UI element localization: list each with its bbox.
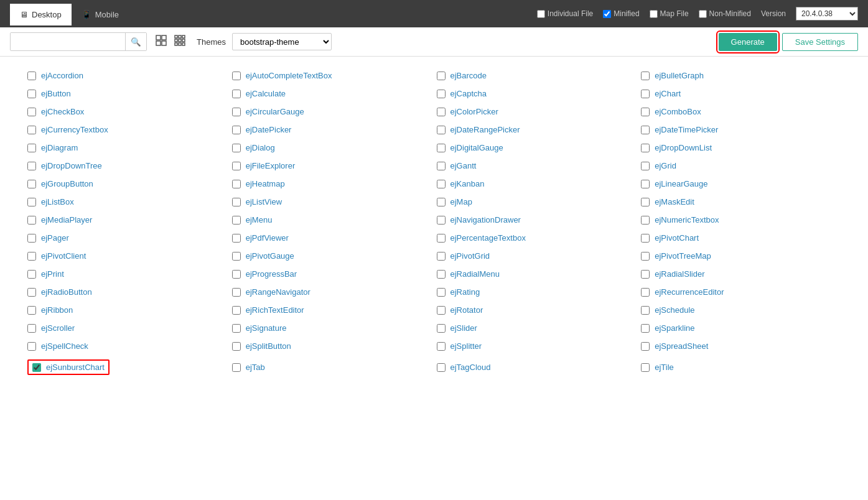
component-label[interactable]: ejRecurrenceEditor [655,287,724,297]
component-checkbox[interactable] [437,108,446,116]
component-checkbox[interactable] [232,90,241,98]
component-label[interactable]: ejDateTimePicker [655,125,718,134]
component-checkbox[interactable] [232,126,241,134]
minified-option[interactable]: Minified [603,9,639,18]
component-label[interactable]: ejPrint [41,269,64,279]
component-checkbox[interactable] [232,342,241,351]
component-label[interactable]: ejMaskEdit [655,197,694,206]
component-label[interactable]: ejGantt [450,161,477,170]
component-checkbox[interactable] [437,252,446,261]
component-checkbox[interactable] [232,363,241,372]
component-checkbox[interactable] [641,144,650,152]
component-checkbox[interactable] [641,306,650,315]
component-checkbox[interactable] [232,234,241,243]
component-label[interactable]: ejPivotGrid [450,251,490,261]
component-checkbox[interactable] [437,180,446,188]
component-checkbox[interactable] [27,90,36,98]
component-label[interactable]: ejColorPicker [450,107,498,116]
component-checkbox[interactable] [641,234,650,243]
component-checkbox[interactable] [232,144,241,152]
component-label[interactable]: ejButton [41,89,71,98]
component-checkbox[interactable] [232,180,241,188]
component-label[interactable]: ejLinearGauge [655,179,707,188]
component-label[interactable]: ejTab [246,363,265,372]
component-label[interactable]: ejRadialSlider [655,269,704,279]
component-checkbox[interactable] [641,180,650,188]
component-checkbox[interactable] [437,72,446,80]
component-label[interactable]: ejDropDownTree [41,161,102,170]
component-checkbox[interactable] [27,306,36,315]
individual-file-option[interactable]: Individual File [537,9,593,18]
component-checkbox[interactable] [27,72,36,80]
version-select[interactable]: 20.4.0.38 [796,7,858,21]
component-label[interactable]: ejCalculate [246,89,286,98]
component-label[interactable]: ejNavigationDrawer [450,215,521,225]
component-checkbox[interactable] [437,90,446,98]
component-checkbox[interactable] [641,108,650,116]
component-checkbox[interactable] [232,306,241,315]
component-checkbox[interactable] [232,324,241,333]
component-checkbox[interactable] [437,270,446,279]
component-checkbox[interactable] [641,252,650,261]
component-checkbox[interactable] [641,288,650,297]
component-checkbox[interactable] [641,90,650,98]
search-input[interactable] [11,33,125,50]
component-checkbox[interactable] [27,252,36,261]
component-label[interactable]: ejRichTextEditor [246,305,304,315]
component-label[interactable]: ejPivotChart [655,233,699,243]
component-checkbox[interactable] [437,288,446,297]
non-minified-checkbox[interactable] [699,10,707,18]
component-checkbox[interactable] [232,288,241,297]
map-file-option[interactable]: Map File [650,9,689,18]
component-label[interactable]: ejKanban [450,179,485,188]
component-checkbox[interactable] [437,162,446,170]
tab-mobile[interactable]: 📱 Mobile [72,2,129,25]
component-checkbox[interactable] [232,108,241,116]
component-checkbox[interactable] [437,144,446,152]
component-label[interactable]: ejPdfViewer [246,233,289,243]
component-checkbox[interactable] [27,126,36,134]
component-label[interactable]: ejMenu [246,215,273,225]
component-label[interactable]: ejMediaPlayer [41,215,92,225]
component-checkbox[interactable] [232,270,241,279]
component-checkbox[interactable] [437,306,446,315]
component-checkbox[interactable] [437,324,446,333]
component-label[interactable]: ejDropDownList [655,143,712,152]
component-checkbox[interactable] [232,198,241,206]
component-checkbox[interactable] [437,363,446,372]
component-label[interactable]: ejMap [450,197,472,206]
component-label[interactable]: ejAccordion [41,71,83,80]
component-label[interactable]: ejRadialMenu [450,269,500,279]
component-label[interactable]: ejPivotGauge [246,251,294,261]
component-checkbox[interactable] [641,342,650,351]
component-label[interactable]: ejProgressBar [246,269,297,279]
component-label[interactable]: ejRotator [450,305,483,315]
component-label[interactable]: ejCurrencyTextbox [41,125,108,134]
component-label[interactable]: ejSplitter [450,341,482,351]
component-label[interactable]: ejAutoCompleteTextBox [246,71,332,80]
component-label[interactable]: ejRangeNavigator [246,287,310,297]
component-label[interactable]: ejSchedule [655,305,694,315]
component-label[interactable]: ejFileExplorer [246,161,295,170]
component-label[interactable]: ejDateRangePicker [450,125,520,134]
component-checkbox[interactable] [27,180,36,188]
component-label[interactable]: ejCircularGauge [246,107,304,116]
component-label[interactable]: ejPercentageTextbox [450,233,526,243]
component-checkbox[interactable] [437,126,446,134]
component-checkbox[interactable] [27,288,36,297]
component-label[interactable]: ejBarcode [450,71,487,80]
component-label[interactable]: ejTile [655,363,674,372]
component-label[interactable]: ejScroller [41,323,75,333]
list-view-button[interactable] [172,34,188,50]
grid-view-button[interactable] [153,34,169,50]
component-label[interactable]: ejHeatmap [246,179,285,188]
component-checkbox[interactable] [232,252,241,261]
component-checkbox[interactable] [27,162,36,170]
component-label[interactable]: ejCaptcha [450,89,487,98]
component-label[interactable]: ejDialog [246,143,275,152]
generate-button[interactable]: Generate [719,33,777,51]
component-label[interactable]: ejPivotClient [41,251,86,261]
component-checkbox[interactable] [232,216,241,225]
themes-select[interactable]: bootstrap-themedefault-themeflat-themehi… [232,33,332,50]
component-label[interactable]: ejNumericTextbox [655,215,719,225]
